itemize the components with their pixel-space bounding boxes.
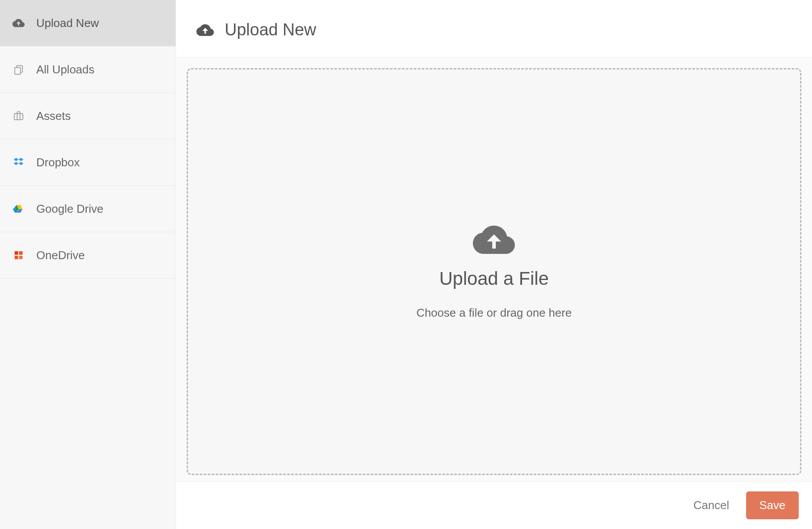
briefcase-icon [12, 110, 25, 122]
dropbox-icon [12, 156, 25, 169]
sidebar-item-assets[interactable]: Assets [0, 93, 176, 139]
sidebar-item-upload-new[interactable]: Upload New [0, 0, 176, 46]
save-button[interactable]: Save [746, 491, 799, 519]
sidebar-item-label: All Uploads [36, 63, 95, 77]
svg-rect-2 [14, 114, 23, 120]
page-title: Upload New [225, 20, 316, 39]
sidebar-item-all-uploads[interactable]: All Uploads [0, 46, 176, 93]
sidebar-item-google-drive[interactable]: Google Drive [0, 186, 176, 232]
dropzone-title: Upload a File [439, 268, 548, 289]
sidebar-item-label: Google Drive [36, 202, 103, 216]
cloud-upload-icon [196, 21, 214, 39]
file-dropzone[interactable]: Upload a File Choose a file or drag one … [187, 68, 801, 475]
copy-icon [12, 63, 25, 76]
google-drive-icon [12, 203, 25, 215]
footer-actions: Cancel Save [176, 481, 812, 529]
svg-rect-8 [15, 251, 18, 255]
cancel-button[interactable]: Cancel [690, 493, 733, 518]
app-root: Upload New All Uploads Assets [0, 0, 812, 529]
sidebar-item-dropbox[interactable]: Dropbox [0, 139, 176, 186]
cloud-upload-large-icon [473, 224, 515, 256]
onedrive-icon [12, 249, 25, 261]
svg-rect-11 [19, 256, 23, 259]
svg-rect-10 [15, 256, 18, 259]
sidebar-item-onedrive[interactable]: OneDrive [0, 232, 176, 279]
sidebar-item-label: Dropbox [36, 156, 80, 169]
sidebar-item-label: Upload New [36, 16, 99, 30]
sidebar-item-label: Assets [36, 109, 71, 123]
page-header: Upload New [176, 0, 812, 58]
dropzone-subtitle: Choose a file or drag one here [416, 306, 571, 320]
svg-rect-9 [19, 251, 23, 255]
main-panel: Upload New Upload a File Choose a file o… [176, 0, 812, 529]
content-area: Upload a File Choose a file or drag one … [176, 58, 812, 481]
cloud-upload-icon [12, 17, 25, 29]
sidebar: Upload New All Uploads Assets [0, 0, 176, 529]
sidebar-item-label: OneDrive [36, 249, 85, 262]
svg-rect-1 [15, 68, 20, 74]
